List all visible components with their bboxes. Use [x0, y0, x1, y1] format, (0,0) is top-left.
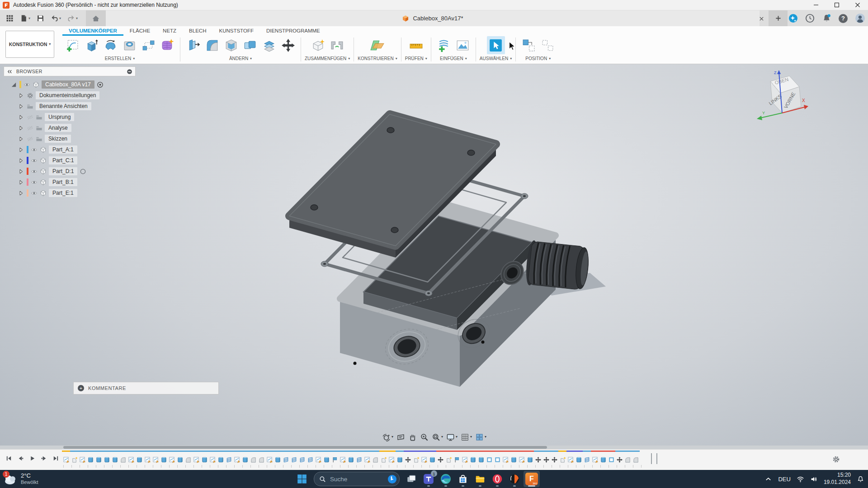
collapsed-arrow-icon[interactable] [18, 168, 24, 175]
timeline-feature-component[interactable] [71, 450, 78, 465]
new-component-button[interactable] [309, 36, 327, 54]
timeline-feature-extrude[interactable] [510, 450, 517, 465]
activate-target-icon[interactable] [97, 81, 104, 88]
minimize-button[interactable] [806, 0, 826, 10]
collapsed-arrow-icon[interactable] [18, 136, 24, 142]
timeline-feature-coil[interactable] [355, 450, 363, 465]
timeline-feature-sketch[interactable] [363, 450, 371, 465]
timeline-feature-sketch[interactable] [193, 450, 200, 465]
timeline-feature-extrude[interactable] [136, 450, 143, 465]
timeline-feature-sketch[interactable] [266, 450, 273, 465]
tab-volumenkoerper[interactable]: VOLUMENKÖRPER [62, 26, 123, 36]
timeline-feature-fillet[interactable] [372, 450, 379, 465]
timeline-feature-sketch[interactable] [144, 450, 151, 465]
timeline-marker-handle[interactable] [651, 453, 657, 464]
collapsed-arrow-icon[interactable] [18, 103, 24, 110]
timeline-feature-move[interactable] [616, 450, 623, 465]
eye-icon[interactable] [24, 81, 30, 88]
tab-flaeche[interactable]: FLÄCHE [123, 26, 156, 36]
extrude-button[interactable] [82, 36, 100, 54]
timeline-feature-fillet[interactable] [632, 450, 639, 465]
timeline-feature-sketch[interactable] [168, 450, 175, 465]
speaker-icon[interactable] [810, 475, 818, 483]
document-tab[interactable]: Cablebox_80Av17* [106, 10, 760, 26]
chevron-up-icon[interactable] [764, 475, 772, 483]
timeline-feature-sketch[interactable] [591, 450, 599, 465]
group-label-zusammenfuegen[interactable]: ZUSAMMENFÜGEN▾ [305, 55, 350, 62]
collapsed-arrow-icon[interactable] [18, 157, 24, 164]
item-label[interactable]: Benannte Ansichten [36, 102, 91, 110]
timeline-feature-shell[interactable] [486, 450, 493, 465]
timeline-feature-coil[interactable] [282, 450, 289, 465]
eye-icon[interactable] [31, 190, 38, 197]
hole-button[interactable] [120, 36, 138, 54]
timeline-feature-extrude[interactable] [477, 450, 485, 465]
timeline-feature-coil[interactable] [298, 450, 306, 465]
group-label-erstellen[interactable]: ERSTELLEN▾ [105, 55, 135, 62]
revolve-button[interactable] [101, 36, 119, 54]
tab-dienstprogramme[interactable]: DIENSTPROGRAMME [260, 26, 326, 36]
timeline-scrollbar[interactable] [0, 446, 868, 449]
browser-item-dokumenteinstellungen[interactable]: Dokumenteinstellungen [4, 90, 136, 101]
app-browser-dark[interactable] [506, 471, 523, 487]
eye-icon[interactable] [31, 146, 38, 153]
create-form-button[interactable] [158, 36, 176, 54]
timeline-feature-move[interactable] [542, 450, 550, 465]
timeline-feature-sketch[interactable] [388, 450, 395, 465]
move-button[interactable] [279, 36, 297, 54]
tab-kunststoff[interactable]: KUNSTSTOFF [212, 26, 259, 36]
timeline-feature-sketch[interactable] [209, 450, 216, 465]
app-opera[interactable] [489, 471, 505, 487]
browser-item-part-a[interactable]: Part_A:1 [4, 144, 136, 155]
item-label[interactable]: Part_A:1 [49, 145, 77, 154]
group-label-einfuegen[interactable]: EINFÜGEN▾ [440, 55, 467, 62]
fit-button[interactable]: ▾ [432, 433, 443, 441]
timeline-feature-coil[interactable] [307, 450, 314, 465]
group-label-pruefen[interactable]: PRÜFEN▾ [405, 55, 427, 62]
timeline-feature-extrude[interactable] [87, 450, 94, 465]
step-back-button[interactable] [15, 453, 25, 463]
measure-button[interactable] [407, 36, 425, 54]
timeline-feature-component[interactable] [559, 450, 566, 465]
item-label[interactable]: Ursprung [45, 113, 74, 121]
timeline-feature-extrude[interactable] [103, 450, 110, 465]
timeline-feature-fillet[interactable] [119, 450, 127, 465]
eye-off-icon[interactable] [27, 136, 33, 142]
timeline-feature-fillet[interactable] [250, 450, 257, 465]
item-label[interactable]: Dokumenteinstellungen [36, 91, 99, 99]
scrollbar-thumb[interactable] [63, 446, 547, 449]
profile-button[interactable] [854, 13, 865, 24]
collapsed-arrow-icon[interactable] [18, 114, 24, 121]
browser-item-part-c[interactable]: Part_C:1 [4, 155, 136, 166]
browser-item-ursprung[interactable]: Ursprung [4, 112, 136, 122]
taskbar-search[interactable] [314, 472, 400, 486]
group-label-aendern[interactable]: ÄNDERN▾ [229, 55, 252, 62]
press-pull-button[interactable] [184, 36, 202, 54]
timeline-feature-extrude[interactable] [575, 450, 582, 465]
browser-item-part-b[interactable]: Part_B:1 [4, 177, 136, 188]
timeline-feature-shell[interactable] [608, 450, 615, 465]
help-button[interactable]: ? [838, 13, 849, 24]
timeline-feature-move[interactable] [551, 450, 558, 465]
orbit-button[interactable]: ▾ [382, 433, 393, 441]
view-cube[interactable]: OBEN LINKS VORNE Z X Y [750, 68, 814, 122]
eye-off-icon[interactable] [27, 114, 33, 121]
app-store[interactable] [455, 471, 471, 487]
eye-icon[interactable] [31, 157, 38, 164]
file-menu-button[interactable]: ▾ [18, 12, 33, 25]
timeline-feature-sketch[interactable] [127, 450, 135, 465]
collapsed-arrow-icon[interactable] [18, 92, 24, 99]
timeline-feature-extrude[interactable] [323, 450, 330, 465]
item-label[interactable]: Part_C:1 [49, 156, 77, 164]
expand-arrow-icon[interactable] [10, 81, 17, 88]
timeline-feature-sketch[interactable] [339, 450, 346, 465]
fillet-button[interactable] [203, 36, 221, 54]
timeline-feature-extrude[interactable] [217, 450, 224, 465]
viewport-canvas[interactable]: OBEN LINKS VORNE Z X Y BROWSER [0, 64, 868, 446]
display-settings-button[interactable]: ▾ [446, 433, 458, 441]
create-sketch-button[interactable] [63, 36, 81, 54]
item-label[interactable]: Part_E:1 [49, 189, 77, 197]
capture-position-button[interactable] [519, 36, 538, 54]
start-button[interactable] [294, 471, 310, 487]
timeline-feature-coil[interactable] [225, 450, 232, 465]
